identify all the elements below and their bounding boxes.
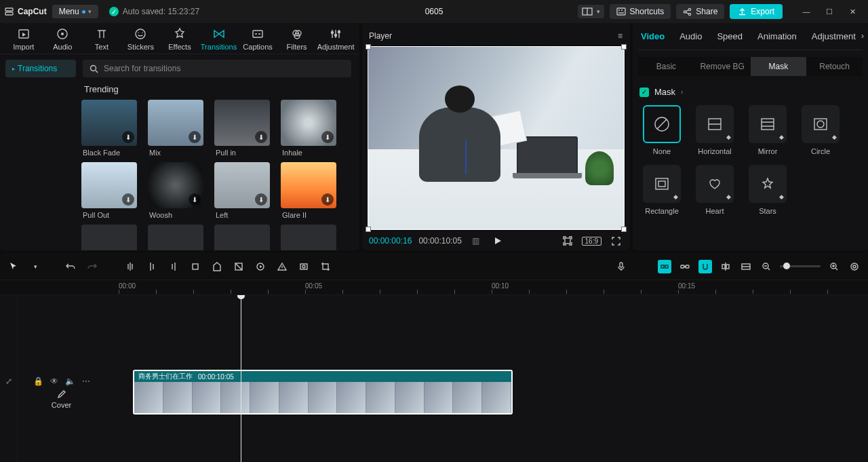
transition-item[interactable]: ⬇Inhale: [281, 100, 344, 157]
crop-tool[interactable]: [319, 260, 332, 273]
zoom-out-icon[interactable]: [760, 260, 773, 273]
export-button[interactable]: Export: [730, 4, 783, 19]
tab-filters[interactable]: Filters: [279, 27, 315, 51]
chevron-right-icon[interactable]: ›: [861, 31, 864, 41]
mic-icon[interactable]: [614, 260, 628, 273]
mask-none[interactable]: None: [641, 105, 683, 155]
delete-tool[interactable]: [189, 260, 202, 273]
pointer-tool[interactable]: [7, 260, 20, 273]
transition-item[interactable]: ⬇Pull Out: [81, 162, 145, 219]
split-tool[interactable]: [123, 260, 137, 273]
more-icon[interactable]: ⋯: [82, 377, 90, 386]
sidebar-item-transitions[interactable]: ▸ Transitions: [5, 60, 76, 77]
download-icon[interactable]: ⬇: [189, 131, 201, 143]
maximize-button[interactable]: ☐: [818, 2, 841, 21]
tab-import[interactable]: Import: [5, 27, 42, 51]
share-button[interactable]: Share: [676, 4, 724, 19]
transition-item[interactable]: ⬇Pull in: [214, 100, 278, 157]
playhead[interactable]: [241, 295, 241, 462]
mask-heart[interactable]: ◆ Heart: [694, 165, 736, 215]
shortcuts-button[interactable]: Shortcuts: [610, 4, 671, 19]
undo-button[interactable]: [64, 260, 77, 273]
layout-button[interactable]: ▾: [578, 5, 604, 18]
video-frame[interactable]: [368, 46, 625, 230]
transition-item[interactable]: ⬇Mix: [148, 100, 212, 157]
search-input[interactable]: Search for transitions: [83, 60, 351, 77]
marker-tool[interactable]: [210, 260, 224, 273]
transition-item[interactable]: ⬇Glare II: [281, 162, 344, 219]
download-icon[interactable]: ⬇: [255, 193, 267, 206]
snap-main-icon[interactable]: [658, 260, 671, 273]
link-icon[interactable]: [678, 260, 692, 273]
mask-rectangle[interactable]: ◆ Rectangle: [641, 165, 683, 215]
tab-stickers[interactable]: Stickers: [122, 27, 159, 51]
transition-item[interactable]: [214, 225, 278, 250]
align-icon[interactable]: [719, 260, 732, 273]
expand-icon[interactable]: ⤢: [5, 377, 12, 386]
preview-icon[interactable]: [739, 260, 753, 273]
transition-item[interactable]: ⬇Black Fade: [81, 100, 145, 157]
subtab-mask[interactable]: Mask: [751, 57, 807, 76]
tab-adjustment[interactable]: Adjustment: [317, 27, 354, 51]
zoom-fit-icon[interactable]: [848, 260, 861, 273]
subtab-basic[interactable]: Basic: [638, 57, 694, 76]
download-icon[interactable]: ⬇: [122, 131, 134, 143]
trim-right-tool[interactable]: [167, 260, 180, 273]
mask-stars[interactable]: ◆ Stars: [747, 165, 789, 215]
resize-handle[interactable]: [621, 227, 627, 232]
eye-icon[interactable]: 👁: [50, 377, 58, 386]
player-viewport[interactable]: [368, 46, 625, 230]
zoom-thumb[interactable]: [783, 263, 790, 269]
tab-captions[interactable]: Captions: [239, 27, 276, 51]
tab-transitions[interactable]: Transitions: [201, 27, 237, 51]
transition-item[interactable]: [81, 225, 145, 250]
lock-icon[interactable]: 🔒: [33, 377, 43, 386]
tab-audio[interactable]: Audio: [44, 27, 81, 51]
download-icon[interactable]: ⬇: [321, 193, 334, 206]
player-menu-icon[interactable]: ≡: [618, 31, 623, 41]
transition-item[interactable]: ⬇Left: [214, 162, 278, 219]
minimize-button[interactable]: —: [795, 2, 818, 21]
menu-button[interactable]: Menu ▾: [52, 5, 98, 18]
transition-item[interactable]: ⬇Woosh: [148, 162, 212, 219]
subtab-retouch[interactable]: Retouch: [806, 57, 863, 76]
download-icon[interactable]: ⬇: [122, 193, 134, 206]
download-icon[interactable]: ⬇: [255, 131, 267, 143]
inspector-tab-adjustment[interactable]: Adjustment: [809, 31, 859, 41]
mute-icon[interactable]: 🔈: [65, 377, 75, 386]
reverse-tool[interactable]: [232, 260, 245, 273]
resize-handle[interactable]: [366, 227, 371, 232]
video-clip[interactable]: 商务男士们在工作 00:00:10:05: [133, 370, 513, 415]
mask-circle[interactable]: ◆ Circle: [800, 105, 842, 155]
zoom-in-icon[interactable]: [827, 260, 841, 273]
trim-left-tool[interactable]: [145, 260, 159, 273]
aspect-ratio[interactable]: 16:9: [582, 237, 601, 246]
redo-button[interactable]: [85, 260, 99, 273]
inspector-tab-video[interactable]: Video: [638, 31, 667, 41]
tab-text[interactable]: Text: [83, 27, 120, 51]
close-button[interactable]: ✕: [841, 2, 864, 21]
mask-checkbox[interactable]: ✓: [639, 88, 649, 97]
scale-icon[interactable]: [560, 235, 575, 246]
project-name[interactable]: 0605: [425, 7, 443, 16]
tab-effects[interactable]: Effects: [161, 27, 198, 51]
mask-mirror[interactable]: ◆ Mirror: [747, 105, 789, 155]
freeze-tool[interactable]: [297, 260, 311, 273]
mask-horizontal[interactable]: ◆ Horizontal: [694, 105, 736, 155]
chevron-down-icon[interactable]: ▾: [28, 260, 42, 273]
warning-tool[interactable]: [275, 260, 289, 273]
chevron-right-icon[interactable]: ›: [681, 88, 683, 96]
download-icon[interactable]: ⬇: [321, 131, 334, 143]
record-tool[interactable]: [254, 260, 267, 273]
zoom-slider[interactable]: [780, 265, 821, 267]
tracks-body[interactable]: 商务男士们在工作 00:00:10:05: [106, 295, 868, 462]
subtab-removebg[interactable]: Remove BG: [694, 57, 751, 76]
snap-icon[interactable]: [698, 260, 712, 273]
inspector-tab-animation[interactable]: Animation: [755, 31, 800, 41]
inspector-tab-speed[interactable]: Speed: [714, 31, 745, 41]
list-icon[interactable]: ▥: [469, 236, 484, 246]
play-button[interactable]: [490, 236, 505, 246]
resize-handle[interactable]: [366, 44, 371, 50]
cover-button[interactable]: Cover: [52, 389, 71, 409]
resize-handle[interactable]: [621, 44, 627, 50]
